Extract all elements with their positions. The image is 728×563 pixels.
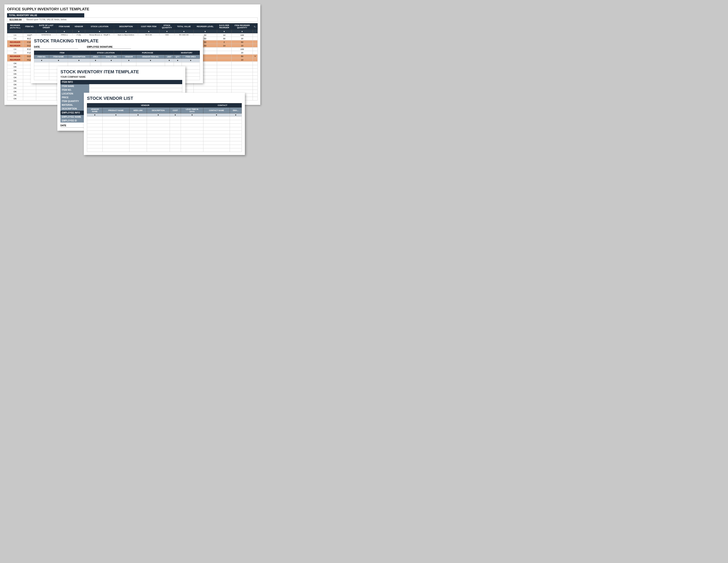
col-web-link: WEB LINK xyxy=(129,107,147,113)
subh-qty: QTY xyxy=(174,55,182,59)
sheet4-title: STOCK VENDOR LIST xyxy=(87,96,242,101)
table-row xyxy=(87,124,242,127)
col-stock-loc: STOCK LOCATION xyxy=(85,23,114,30)
sheet2-title: STOCK TRACKING TEMPLATE xyxy=(34,38,200,43)
col-days: DAYS PERREORDER xyxy=(217,23,231,30)
subh-vendor-item: VENDOR ITEM NO. xyxy=(136,55,165,59)
group-purchase: PURCHASE xyxy=(122,51,174,55)
col-contact-name: CONTACT NAME xyxy=(203,107,230,113)
sheet1-title: OFFICE SUPPLY INVENTORY LIST TEMPLATE xyxy=(7,7,258,11)
col-vendor: VENDOR xyxy=(72,23,85,30)
date-sig-row: DATE EMPLOYEE SIGNATURE xyxy=(34,46,200,49)
col-stock-qty: STOCKQUANTITY xyxy=(159,23,174,30)
subh-desc: DESCRIPTION xyxy=(68,55,90,59)
subh-unit: UNIT xyxy=(165,55,174,59)
subh-item-no: ITEM NO. xyxy=(34,55,49,59)
col-product-name: PRODUCT NAME xyxy=(103,107,129,113)
sheet3-title: STOCK INVENTORY ITEM TEMPLATE xyxy=(60,69,182,74)
field-item-name-label: ITEM NAME xyxy=(60,84,89,88)
contact-group-header: CONTACT xyxy=(203,103,242,107)
col-vendor-name: VENDORNAME xyxy=(87,107,103,113)
table-row xyxy=(87,120,242,124)
field-item-no-value[interactable] xyxy=(89,88,182,92)
table-row xyxy=(87,148,242,152)
col-description: DESCRIPTION xyxy=(147,107,170,113)
subh-vendor: VENDOR xyxy=(122,55,136,59)
col-reorder: REORDER(auto-fill) xyxy=(7,23,23,30)
col-total-val: TOTAL VALUE xyxy=(174,23,193,30)
subh-item-name: ITEM NAME xyxy=(49,55,68,59)
total-inventory-data: $13,550.00 *Based upon TOTAL VALUE field… xyxy=(7,17,258,22)
total-inventory-box: TOTAL INVENTORY VALUE $13,550.00 *Based … xyxy=(7,13,258,22)
table-row xyxy=(87,131,242,134)
company-name-label: YOUR COMPANY NAME xyxy=(60,76,182,78)
table-row xyxy=(34,62,200,66)
col-description: DESCRIPTION xyxy=(114,23,138,30)
table-row xyxy=(87,141,242,145)
date-label: DATE xyxy=(34,46,78,49)
col-item-no: ITEM NO. xyxy=(23,23,36,30)
sheet4-vendor: STOCK VENDOR LIST VENDOR CONTACT VENDORN… xyxy=(84,93,245,155)
table-row xyxy=(87,117,242,120)
group-item: ITEM xyxy=(34,51,90,55)
subh-item-area: ITEM AREA xyxy=(182,55,200,59)
section-item-info: ITEM INFO xyxy=(60,80,182,84)
total-inventory-note: *Based upon TOTAL VALUE fields, below. xyxy=(24,18,69,22)
field-item-name-value[interactable] xyxy=(89,84,182,88)
col-disco: I... xyxy=(253,23,258,30)
subh-shelf: SHELF / BIN xyxy=(101,55,122,59)
col-date: DATE OF LASTORDER xyxy=(36,23,56,30)
col-email: EMA... xyxy=(230,107,242,113)
col-reorder-qty: ITEM REORDERQUANTITY xyxy=(231,23,253,30)
vendor-table: VENDOR CONTACT VENDORNAME PRODUCT NAME W… xyxy=(87,103,242,152)
col-lead-time: LEAD TIME INDAYS xyxy=(181,107,203,113)
group-stock-loc: STOCK LOCATION xyxy=(90,51,122,55)
total-inventory-label: TOTAL INVENTORY VALUE xyxy=(7,13,84,17)
group-inventory: INVENTORY xyxy=(174,51,200,55)
table-row xyxy=(87,127,242,131)
table-row xyxy=(87,138,242,141)
sig-label: EMPLOYEE SIGNATURE xyxy=(87,46,131,49)
table-row xyxy=(87,145,242,148)
subh-area: AREA xyxy=(90,55,101,59)
sheets-container: OFFICE SUPPLY INVENTORY LIST TEMPLATE TO… xyxy=(4,4,260,203)
col-reorder-level: REORDER LEVEL xyxy=(193,23,217,30)
col-cost: COST PER ITEM xyxy=(138,23,159,30)
table-row xyxy=(87,134,242,138)
vendor-group-header: VENDOR xyxy=(87,103,203,107)
col-cost: COST xyxy=(170,107,181,113)
field-item-no-label: ITEM NO. xyxy=(60,88,89,92)
total-inventory-value: $13,550.00 xyxy=(7,18,24,22)
col-item-name: ITEM NAME xyxy=(56,23,72,30)
